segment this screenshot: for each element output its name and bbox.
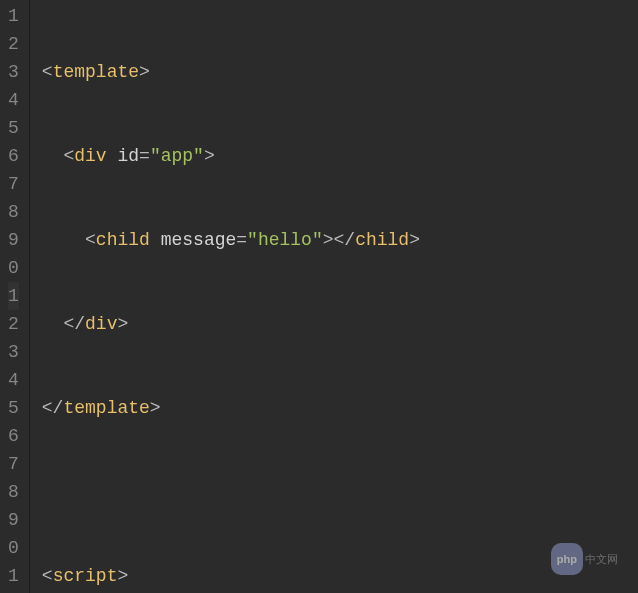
line-number: 2 — [8, 30, 19, 58]
line-number: 5 — [8, 114, 19, 142]
line-number-current: 1 — [8, 282, 19, 310]
line-number: 0 — [8, 534, 19, 562]
line-number: 1 — [8, 2, 19, 30]
line-number: 9 — [8, 226, 19, 254]
code-line: </template> — [42, 394, 638, 422]
code-line: <template> — [42, 58, 638, 86]
line-number: 8 — [8, 478, 19, 506]
line-number: 9 — [8, 506, 19, 534]
line-number: 0 — [8, 254, 19, 282]
line-number: 5 — [8, 394, 19, 422]
code-line: </div> — [42, 310, 638, 338]
line-number: 2 — [8, 310, 19, 338]
line-gutter: 1 2 3 4 5 6 7 8 9 0 1 2 3 4 5 6 7 8 9 0 … — [0, 0, 30, 593]
line-number: 7 — [8, 450, 19, 478]
line-number: 6 — [8, 142, 19, 170]
code-line: <child message="hello"></child> — [42, 226, 638, 254]
line-number: 8 — [8, 198, 19, 226]
line-number: 6 — [8, 422, 19, 450]
line-number: 4 — [8, 366, 19, 394]
code-line: <script> — [42, 562, 638, 590]
code-editor[interactable]: 1 2 3 4 5 6 7 8 9 0 1 2 3 4 5 6 7 8 9 0 … — [0, 0, 638, 593]
line-number: 4 — [8, 86, 19, 114]
line-number: 3 — [8, 338, 19, 366]
line-number: 1 — [8, 562, 19, 590]
line-number: 7 — [8, 170, 19, 198]
code-line — [42, 478, 638, 506]
line-number: 3 — [8, 58, 19, 86]
code-area[interactable]: <template> <div id="app"> <child message… — [30, 0, 638, 593]
code-line: <div id="app"> — [42, 142, 638, 170]
